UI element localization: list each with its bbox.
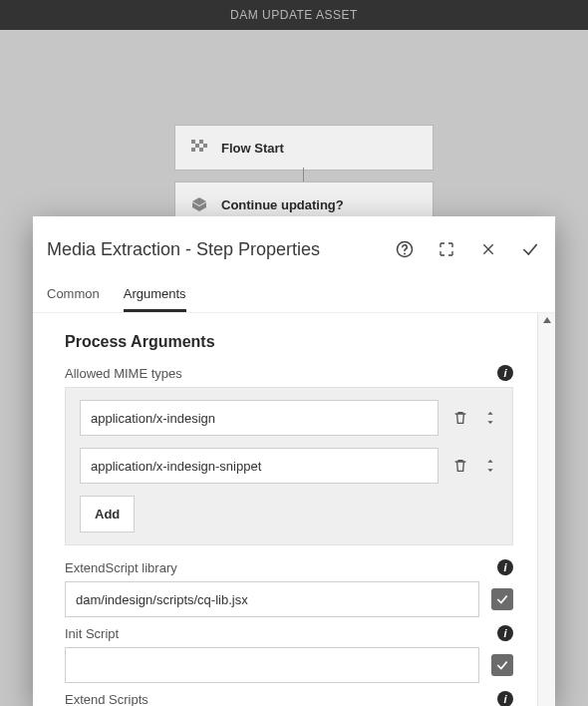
box-icon <box>191 196 207 212</box>
svg-rect-5 <box>199 148 203 152</box>
svg-rect-2 <box>195 144 199 148</box>
process-arguments-heading: Process Arguments <box>65 333 513 351</box>
add-mime-button[interactable]: Add <box>80 496 135 532</box>
fullscreen-button[interactable] <box>428 230 465 268</box>
dialog-actions <box>386 230 549 268</box>
workflow-canvas: Flow Start Continue updating? Media Extr… <box>0 30 588 688</box>
topbar: DAM UPDATE ASSET <box>0 0 588 30</box>
topbar-title: DAM UPDATE ASSET <box>230 8 358 22</box>
tab-arguments[interactable]: Arguments <box>124 280 186 312</box>
info-icon[interactable]: i <box>497 625 513 641</box>
scroll-up-icon[interactable] <box>542 315 552 325</box>
mime-row <box>80 400 498 436</box>
flag-icon <box>191 140 207 156</box>
reorder-icon[interactable] <box>482 457 498 475</box>
svg-rect-3 <box>203 144 207 148</box>
svg-rect-1 <box>199 140 203 144</box>
mime-input[interactable] <box>80 400 439 436</box>
svg-rect-4 <box>191 148 195 152</box>
svg-rect-0 <box>191 140 195 144</box>
checkbox-checked[interactable] <box>491 654 513 676</box>
trash-icon[interactable] <box>452 409 468 427</box>
init-script-input[interactable] <box>65 647 479 683</box>
help-button[interactable] <box>386 230 424 268</box>
allowed-mime-label: Allowed MIME types <box>65 366 182 381</box>
dialog-tabs: Common Arguments <box>33 276 555 313</box>
flow-continue-label: Continue updating? <box>221 197 344 212</box>
svg-point-7 <box>404 253 406 255</box>
scrollbar[interactable] <box>537 313 555 706</box>
checkbox-checked[interactable] <box>491 588 513 610</box>
extendscript-lib-input[interactable] <box>65 581 479 617</box>
info-icon[interactable]: i <box>497 691 513 706</box>
dialog-title: Media Extraction - Step Properties <box>47 239 320 260</box>
close-button[interactable] <box>469 230 507 268</box>
reorder-icon[interactable] <box>482 409 498 427</box>
dialog-header: Media Extraction - Step Properties <box>33 216 555 276</box>
extend-scripts-label: Extend Scripts <box>65 692 148 707</box>
confirm-button[interactable] <box>511 230 549 268</box>
tab-common[interactable]: Common <box>47 280 100 312</box>
flow-node-start[interactable]: Flow Start <box>174 125 434 171</box>
info-icon[interactable]: i <box>497 365 513 381</box>
dialog-body: Process Arguments Allowed MIME types i <box>33 313 537 706</box>
info-icon[interactable]: i <box>497 559 513 575</box>
mime-input[interactable] <box>80 448 439 484</box>
init-script-label: Init Script <box>65 626 119 641</box>
mime-row <box>80 448 498 484</box>
step-properties-dialog: Media Extraction - Step Properties Commo… <box>33 216 555 706</box>
flow-connector <box>303 168 304 181</box>
trash-icon[interactable] <box>452 457 468 475</box>
flow-start-label: Flow Start <box>221 141 284 156</box>
allowed-mime-multifield: Add <box>65 387 513 545</box>
extendscript-lib-label: ExtendScript library <box>65 560 177 575</box>
